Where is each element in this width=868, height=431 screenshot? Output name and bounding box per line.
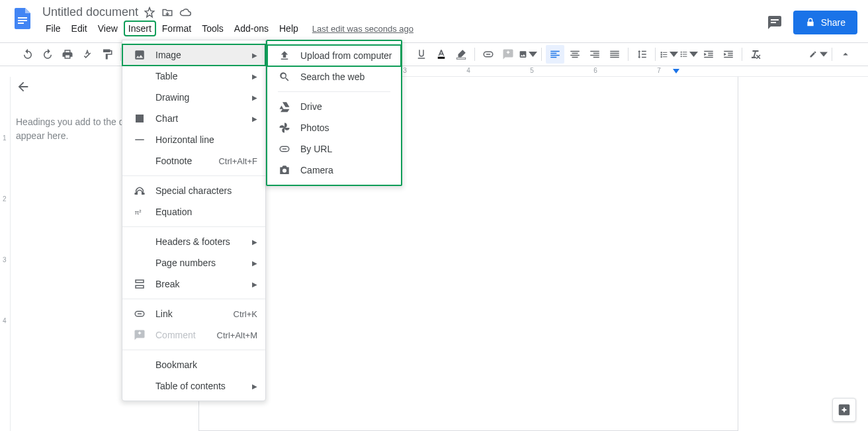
menubar: File Edit View Insert Format Tools Add-o…	[40, 21, 765, 36]
insert-link-button[interactable]	[479, 45, 498, 64]
camera-icon	[278, 164, 291, 176]
link-icon	[133, 308, 146, 320]
svg-rect-2	[18, 23, 24, 24]
align-justify-button[interactable]	[605, 45, 624, 64]
underline-button[interactable]	[412, 45, 431, 64]
insert-comment: Comment Ctrl+Alt+M	[122, 324, 265, 346]
last-edit-link[interactable]: Last edit was seconds ago	[312, 24, 413, 34]
star-icon[interactable]	[144, 7, 155, 19]
submenu-arrow-icon: ▶	[252, 115, 257, 122]
svg-point-8	[681, 54, 682, 55]
svg-point-7	[681, 52, 682, 53]
submenu-arrow-icon: ▶	[252, 383, 257, 390]
menu-edit[interactable]: Edit	[67, 21, 92, 36]
collapse-toolbar-button[interactable]	[836, 45, 855, 64]
image-drive[interactable]: Drive	[267, 96, 401, 117]
svg-rect-6	[456, 58, 466, 59]
search-icon	[278, 71, 291, 83]
editing-mode-button[interactable]	[809, 45, 828, 64]
svg-rect-4	[771, 22, 776, 23]
insert-drawing[interactable]: Drawing▶	[122, 87, 265, 108]
vertical-ruler[interactable]: 1 2 3 4	[0, 77, 11, 431]
menu-tools[interactable]: Tools	[197, 21, 228, 36]
insert-headers-footers[interactable]: Headers & footers▶	[122, 231, 265, 252]
redo-button[interactable]	[38, 45, 57, 64]
image-icon	[133, 49, 146, 61]
line-spacing-button[interactable]	[632, 45, 651, 64]
align-center-button[interactable]	[566, 45, 584, 64]
drive-icon	[278, 101, 291, 113]
svg-rect-3	[771, 19, 779, 21]
insert-image-button[interactable]	[519, 45, 537, 64]
add-comment-button[interactable]	[499, 45, 517, 64]
menu-addons[interactable]: Add-ons	[230, 21, 273, 36]
insert-table[interactable]: Table▶	[122, 66, 265, 87]
align-right-button[interactable]	[586, 45, 604, 64]
insert-image[interactable]: Image▶	[122, 44, 265, 66]
text-color-button[interactable]	[432, 45, 451, 64]
image-by-url[interactable]: By URL	[267, 138, 401, 160]
svg-text:π²: π²	[135, 209, 142, 216]
document-title[interactable]: Untitled document	[42, 5, 138, 19]
insert-special-characters[interactable]: Special characters	[122, 180, 265, 201]
chart-icon	[133, 113, 146, 124]
submenu-arrow-icon: ▶	[252, 52, 257, 59]
image-upload-from-computer[interactable]: Upload from computer	[267, 45, 401, 66]
open-comments-button[interactable]	[765, 13, 784, 32]
svg-rect-1	[18, 20, 27, 21]
print-button[interactable]	[58, 45, 77, 64]
svg-point-9	[681, 56, 682, 57]
insert-link[interactable]: Link Ctrl+K	[122, 303, 265, 324]
svg-rect-10	[135, 139, 144, 140]
insert-image-submenu: Upload from computer Search the web Driv…	[266, 40, 402, 186]
cloud-status-icon[interactable]	[179, 7, 191, 19]
svg-rect-0	[18, 17, 27, 19]
menu-view[interactable]: View	[93, 21, 122, 36]
insert-footnote[interactable]: Footnote Ctrl+Alt+F	[122, 150, 265, 171]
highlight-color-button[interactable]	[452, 45, 470, 64]
share-button[interactable]: Share	[793, 11, 857, 34]
insert-break[interactable]: Break▶	[122, 273, 265, 295]
clear-formatting-button[interactable]	[746, 45, 765, 64]
right-margin-indicator-icon[interactable]	[673, 69, 679, 73]
insert-bookmark[interactable]: Bookmark	[122, 354, 265, 375]
docs-logo[interactable]	[9, 5, 36, 32]
increase-indent-button[interactable]	[719, 45, 738, 64]
undo-button[interactable]	[19, 45, 37, 64]
insert-chart[interactable]: Chart▶	[122, 108, 265, 129]
menu-insert[interactable]: Insert	[124, 21, 156, 36]
submenu-arrow-icon: ▶	[252, 238, 257, 246]
insert-page-numbers[interactable]: Page numbers▶	[122, 252, 265, 273]
image-photos[interactable]: Photos	[267, 117, 401, 138]
submenu-arrow-icon: ▶	[252, 260, 257, 267]
insert-menu: Image▶ Table▶ Drawing▶ Chart▶ Horizontal…	[122, 40, 266, 401]
insert-horizontal-line[interactable]: Horizontal line	[122, 129, 265, 150]
explore-button[interactable]	[832, 398, 856, 422]
upload-icon	[278, 50, 291, 62]
menu-help[interactable]: Help	[275, 21, 303, 36]
image-camera[interactable]: Camera	[267, 160, 401, 181]
share-label: Share	[821, 17, 846, 28]
paint-format-button[interactable]	[98, 45, 116, 64]
insert-table-of-contents[interactable]: Table of contents▶	[122, 375, 265, 397]
image-search-web[interactable]: Search the web	[267, 66, 401, 87]
equation-icon: π²	[133, 206, 146, 218]
decrease-indent-button[interactable]	[699, 45, 718, 64]
align-left-button[interactable]	[546, 45, 564, 64]
svg-rect-5	[438, 57, 445, 59]
spellcheck-button[interactable]	[78, 45, 97, 64]
break-icon	[133, 278, 146, 290]
menu-format[interactable]: Format	[157, 21, 196, 36]
comment-icon	[133, 329, 146, 341]
photos-icon	[278, 122, 291, 134]
omega-icon	[133, 185, 146, 197]
submenu-arrow-icon: ▶	[252, 94, 257, 101]
move-icon[interactable]	[161, 7, 173, 19]
link-icon	[278, 143, 291, 155]
submenu-arrow-icon: ▶	[252, 281, 257, 288]
bulleted-list-button[interactable]	[679, 45, 698, 64]
submenu-arrow-icon: ▶	[252, 73, 257, 80]
insert-equation[interactable]: π² Equation	[122, 201, 265, 222]
menu-file[interactable]: File	[41, 21, 65, 36]
checklist-button[interactable]	[660, 45, 678, 64]
